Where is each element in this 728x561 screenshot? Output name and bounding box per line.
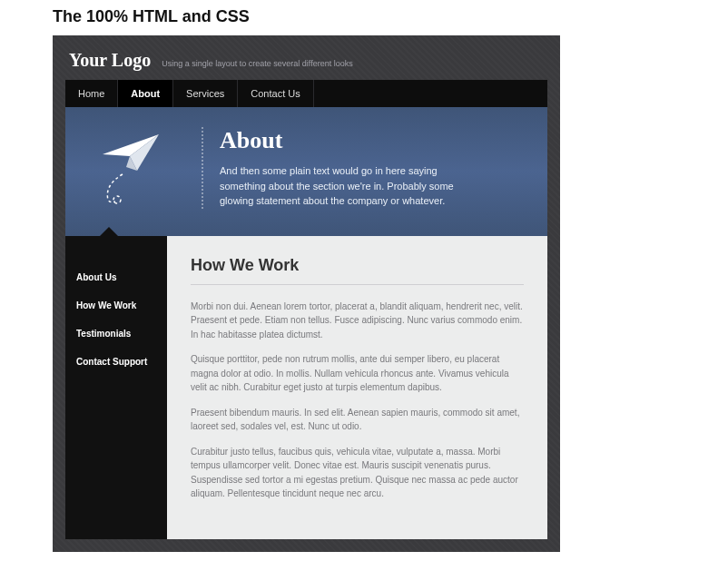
paper-plane-icon [87, 127, 185, 209]
sidebar-item-contact-support[interactable]: Contact Support [65, 348, 167, 376]
content-paragraph: Quisque porttitor, pede non rutrum molli… [191, 352, 524, 395]
site-header: Your Logo Using a single layout to creat… [65, 48, 547, 80]
hero: About And then some plain text would go … [65, 107, 547, 236]
nav-contact-us[interactable]: Contact Us [238, 80, 313, 107]
hero-text: About And then some plain text would go … [220, 127, 474, 209]
nav-about[interactable]: About [118, 80, 173, 107]
hero-subtitle: And then some plain text would go in her… [220, 163, 474, 209]
page-heading: The 100% HTML and CSS [53, 0, 728, 35]
template-frame: Your Logo Using a single layout to creat… [53, 35, 560, 552]
content-title: How We Work [191, 256, 524, 285]
sidebar: About Us How We Work Testimonials Contac… [65, 236, 167, 539]
content-paragraph: Praesent bibendum mauris. In sed elit. A… [191, 406, 524, 434]
logo: Your Logo [69, 50, 151, 71]
hero-title: About [220, 127, 474, 154]
sidebar-item-testimonials[interactable]: Testimonials [65, 320, 167, 348]
content-paragraph: Morbi non dui. Aenean lorem tortor, plac… [191, 300, 524, 342]
hero-divider [202, 127, 203, 209]
sidebar-item-how-we-work[interactable]: How We Work [65, 291, 167, 320]
nav-home[interactable]: Home [65, 80, 118, 107]
sidebar-item-about-us[interactable]: About Us [65, 263, 167, 291]
content-paragraph: Curabitur justo tellus, faucibus quis, v… [191, 445, 524, 501]
content: How We Work Morbi non dui. Aenean lorem … [167, 236, 547, 539]
tagline: Using a single layout to create several … [162, 59, 352, 68]
body-row: About Us How We Work Testimonials Contac… [65, 236, 547, 539]
nav-services[interactable]: Services [173, 80, 238, 107]
top-nav: Home About Services Contact Us [65, 80, 547, 107]
